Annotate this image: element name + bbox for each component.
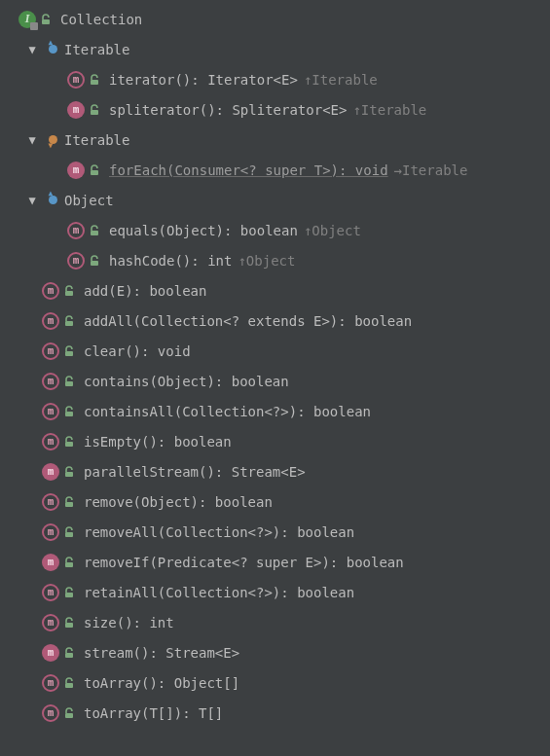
tree-row-method[interactable]: msize(): int — [0, 607, 550, 637]
method-icon: m — [41, 311, 60, 331]
method-icon: m — [41, 281, 60, 301]
tree-row-method[interactable]: mtoArray(): Object[] — [0, 667, 550, 698]
tree-group-header[interactable]: ▼▼Iterable — [0, 125, 550, 155]
method-signature: stream(): Stream<E> — [84, 645, 239, 661]
unlock-icon — [88, 73, 101, 87]
method-icon: m — [41, 613, 60, 632]
method-icon: m — [66, 251, 86, 270]
svg-rect-7 — [65, 321, 73, 326]
tree-row-method[interactable]: maddAll(Collection<? extends E>): boolea… — [0, 306, 550, 336]
method-signature: parallelStream(): Stream<E> — [84, 464, 306, 480]
method-icon: m — [41, 432, 60, 451]
method-signature: size(): int — [84, 615, 174, 630]
root-label: Collection — [60, 12, 142, 27]
unlock-icon — [62, 495, 76, 509]
svg-rect-6 — [65, 291, 73, 296]
unlock-icon — [62, 435, 76, 449]
unlock-icon — [62, 314, 76, 328]
method-signature: toArray(T[]): T[] — [84, 705, 223, 721]
tree-row-method[interactable]: mremoveIf(Predicate<? super E>): boolean — [0, 547, 550, 577]
method-icon: m — [41, 342, 60, 361]
svg-rect-0 — [42, 19, 50, 24]
unlock-icon — [88, 224, 101, 237]
svg-rect-5 — [91, 261, 98, 266]
chevron-down-icon[interactable]: ▼ — [23, 194, 41, 207]
method-signature: iterator(): Iterator<E>↑Iterable — [109, 72, 378, 88]
method-icon: m — [41, 462, 60, 482]
svg-rect-3 — [91, 170, 98, 175]
method-signature: spliterator(): Spliterator<E>↑Iterable — [109, 102, 426, 118]
unlock-icon — [88, 163, 101, 177]
method-signature: removeAll(Collection<?>): boolean — [84, 524, 354, 540]
svg-rect-11 — [65, 442, 73, 447]
tree-row-method[interactable]: misEmpty(): boolean — [0, 426, 550, 456]
unlock-icon — [62, 646, 76, 660]
tree-row-method[interactable]: mparallelStream(): Stream<E> — [0, 456, 550, 486]
override-indicator-icon: ▲ — [43, 40, 62, 59]
method-signature: toArray(): Object[] — [84, 675, 239, 691]
tree-row-method[interactable]: mequals(Object): boolean↑Object — [0, 215, 550, 245]
unlock-icon — [88, 254, 101, 268]
unlock-icon — [62, 405, 76, 418]
tree-row-method[interactable]: mhashCode(): int↑Object — [0, 245, 550, 275]
tree-row-method[interactable]: miterator(): Iterator<E>↑Iterable — [0, 64, 550, 94]
method-icon: m — [66, 70, 86, 90]
svg-rect-2 — [91, 110, 98, 115]
svg-rect-17 — [65, 623, 73, 628]
unlock-icon — [39, 13, 53, 26]
tree-row-method[interactable]: mretainAll(Collection<?>): boolean — [0, 577, 550, 607]
svg-rect-12 — [65, 472, 73, 477]
tree-row-method[interactable]: mcontains(Object): boolean — [0, 366, 550, 396]
svg-rect-8 — [65, 351, 73, 356]
unlock-icon — [62, 465, 76, 479]
svg-rect-18 — [65, 653, 73, 658]
method-icon: m — [41, 492, 60, 512]
method-signature: forEach(Consumer<? super T>): void→Itera… — [109, 162, 467, 178]
method-signature: retainAll(Collection<?>): boolean — [84, 585, 354, 600]
structure-tree: I Collection ▼▲Iterablemiterator(): Iter… — [0, 0, 550, 732]
tree-row-method[interactable]: mcontainsAll(Collection<?>): boolean — [0, 396, 550, 426]
unlock-icon — [62, 525, 76, 539]
svg-rect-20 — [65, 713, 73, 718]
unlock-icon — [62, 344, 76, 358]
tree-row-method[interactable]: mclear(): void — [0, 336, 550, 366]
tree-row-method[interactable]: madd(E): boolean — [0, 275, 550, 306]
method-signature: remove(Object): boolean — [84, 494, 273, 510]
group-label: Iterable — [64, 42, 129, 57]
method-signature: add(E): boolean — [84, 283, 206, 299]
method-icon: m — [41, 372, 60, 391]
svg-rect-16 — [65, 593, 73, 597]
chevron-down-icon[interactable]: ▼ — [23, 43, 41, 56]
tree-group-header[interactable]: ▼▲Iterable — [0, 34, 550, 64]
tree-row-method[interactable]: mstream(): Stream<E> — [0, 637, 550, 667]
method-signature: equals(Object): boolean↑Object — [109, 223, 361, 238]
method-icon: m — [41, 703, 60, 723]
svg-rect-19 — [65, 683, 73, 688]
unlock-icon — [62, 586, 76, 599]
method-signature: containsAll(Collection<?>): boolean — [84, 404, 371, 419]
unlock-icon — [62, 375, 76, 388]
method-signature: isEmpty(): boolean — [84, 434, 232, 450]
tree-row-method[interactable]: mspliterator(): Spliterator<E>↑Iterable — [0, 94, 550, 125]
method-icon: m — [41, 583, 60, 602]
method-icon: m — [41, 673, 60, 693]
tree-row-method[interactable]: mremoveAll(Collection<?>): boolean — [0, 517, 550, 547]
tree-row-root[interactable]: I Collection — [0, 4, 550, 34]
tree-row-method[interactable]: mtoArray(T[]): T[] — [0, 698, 550, 728]
tree-group-header[interactable]: ▼▲Object — [0, 185, 550, 215]
method-icon: m — [66, 161, 86, 180]
chevron-down-icon[interactable]: ▼ — [23, 133, 41, 147]
method-signature: clear(): void — [84, 343, 191, 359]
interface-icon: I — [18, 10, 37, 29]
svg-rect-10 — [65, 412, 73, 416]
svg-rect-14 — [65, 532, 73, 537]
unlock-icon — [62, 706, 76, 720]
tree-row-method[interactable]: mremove(Object): boolean — [0, 486, 550, 517]
override-indicator-icon: ▲ — [43, 191, 62, 210]
method-icon: m — [41, 402, 60, 421]
unlock-icon — [62, 556, 76, 569]
group-label: Object — [64, 193, 114, 208]
svg-rect-9 — [65, 381, 73, 386]
tree-row-method[interactable]: mforEach(Consumer<? super T>): void→Iter… — [0, 155, 550, 185]
method-icon: m — [41, 522, 60, 542]
